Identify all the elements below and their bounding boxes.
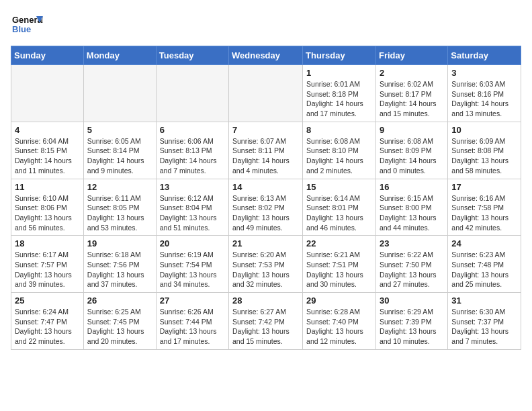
day-number: 13 — [160, 182, 225, 192]
day-number: 22 — [306, 238, 372, 248]
day-number: 28 — [232, 295, 299, 306]
calendar-cell: 30Sunrise: 6:29 AMSunset: 7:39 PMDayligh… — [375, 293, 447, 350]
calendar-table: SundayMondayTuesdayWednesdayThursdayFrid… — [11, 46, 521, 350]
day-number: 17 — [451, 182, 517, 192]
calendar-cell: 14Sunrise: 6:13 AMSunset: 8:02 PMDayligh… — [229, 179, 303, 236]
calendar-cell: 10Sunrise: 6:09 AMSunset: 8:08 PMDayligh… — [448, 122, 521, 179]
day-info: Sunrise: 6:23 AMSunset: 7:48 PMDaylight:… — [451, 250, 517, 289]
svg-text:Blue: Blue — [12, 24, 31, 34]
day-number: 3 — [451, 68, 517, 78]
day-info: Sunrise: 6:15 AMSunset: 8:00 PMDaylight:… — [380, 193, 444, 233]
calendar-cell: 17Sunrise: 6:16 AMSunset: 7:58 PMDayligh… — [448, 179, 521, 236]
day-info: Sunrise: 6:22 AMSunset: 7:50 PMDaylight:… — [380, 250, 444, 289]
calendar-cell: 4Sunrise: 6:04 AMSunset: 8:15 PMDaylight… — [11, 122, 84, 179]
day-number: 26 — [87, 295, 152, 306]
calendar-cell: 8Sunrise: 6:08 AMSunset: 8:10 PMDaylight… — [303, 122, 376, 179]
day-info: Sunrise: 6:06 AMSunset: 8:13 PMDaylight:… — [160, 136, 225, 176]
calendar-cell: 12Sunrise: 6:11 AMSunset: 8:05 PMDayligh… — [83, 179, 156, 236]
day-info: Sunrise: 6:05 AMSunset: 8:14 PMDaylight:… — [87, 136, 152, 176]
calendar-cell: 3Sunrise: 6:03 AMSunset: 8:16 PMDaylight… — [448, 65, 521, 122]
day-number: 8 — [306, 125, 372, 135]
day-info: Sunrise: 6:01 AMSunset: 8:18 PMDaylight:… — [306, 79, 372, 119]
day-info: Sunrise: 6:29 AMSunset: 7:39 PMDaylight:… — [380, 307, 444, 347]
weekday-header-saturday: Saturday — [448, 46, 521, 65]
day-info: Sunrise: 6:09 AMSunset: 8:08 PMDaylight:… — [451, 136, 517, 176]
calendar-cell — [156, 65, 228, 122]
calendar-cell: 22Sunrise: 6:21 AMSunset: 7:51 PMDayligh… — [303, 236, 376, 293]
day-info: Sunrise: 6:07 AMSunset: 8:11 PMDaylight:… — [232, 136, 299, 176]
day-number: 20 — [160, 238, 225, 248]
calendar-cell: 26Sunrise: 6:25 AMSunset: 7:45 PMDayligh… — [83, 293, 156, 350]
calendar-cell: 24Sunrise: 6:23 AMSunset: 7:48 PMDayligh… — [448, 236, 521, 293]
day-info: Sunrise: 6:30 AMSunset: 7:37 PMDaylight:… — [451, 307, 517, 347]
day-number: 1 — [306, 68, 372, 78]
day-info: Sunrise: 6:21 AMSunset: 7:51 PMDaylight:… — [306, 250, 372, 289]
calendar-week-5: 25Sunrise: 6:24 AMSunset: 7:47 PMDayligh… — [11, 293, 521, 350]
calendar-cell: 18Sunrise: 6:17 AMSunset: 7:57 PMDayligh… — [11, 236, 84, 293]
calendar-cell: 28Sunrise: 6:27 AMSunset: 7:42 PMDayligh… — [229, 293, 303, 350]
day-number: 31 — [451, 295, 517, 306]
day-number: 23 — [380, 238, 444, 248]
calendar-cell: 23Sunrise: 6:22 AMSunset: 7:50 PMDayligh… — [375, 236, 447, 293]
calendar-cell — [83, 65, 156, 122]
weekday-header-wednesday: Wednesday — [229, 46, 303, 65]
day-number: 27 — [160, 295, 225, 306]
weekday-header-sunday: Sunday — [11, 46, 84, 65]
calendar-cell: 9Sunrise: 6:08 AMSunset: 8:09 PMDaylight… — [375, 122, 447, 179]
day-info: Sunrise: 6:03 AMSunset: 8:16 PMDaylight:… — [451, 79, 517, 119]
calendar-cell: 16Sunrise: 6:15 AMSunset: 8:00 PMDayligh… — [375, 179, 447, 236]
day-info: Sunrise: 6:17 AMSunset: 7:57 PMDaylight:… — [15, 250, 80, 289]
calendar-cell: 31Sunrise: 6:30 AMSunset: 7:37 PMDayligh… — [448, 293, 521, 350]
calendar-cell — [11, 65, 84, 122]
day-number: 12 — [87, 182, 152, 192]
day-info: Sunrise: 6:08 AMSunset: 8:10 PMDaylight:… — [306, 136, 372, 176]
day-number: 25 — [15, 295, 80, 306]
page-header: General Blue — [11, 11, 521, 38]
calendar-cell: 1Sunrise: 6:01 AMSunset: 8:18 PMDaylight… — [303, 65, 376, 122]
day-info: Sunrise: 6:24 AMSunset: 7:47 PMDaylight:… — [15, 307, 80, 347]
day-info: Sunrise: 6:20 AMSunset: 7:53 PMDaylight:… — [232, 250, 299, 289]
weekday-header-monday: Monday — [83, 46, 156, 65]
calendar-cell: 25Sunrise: 6:24 AMSunset: 7:47 PMDayligh… — [11, 293, 84, 350]
calendar-cell: 13Sunrise: 6:12 AMSunset: 8:04 PMDayligh… — [156, 179, 228, 236]
day-number: 6 — [160, 125, 225, 135]
day-number: 29 — [306, 295, 372, 306]
day-info: Sunrise: 6:27 AMSunset: 7:42 PMDaylight:… — [232, 307, 299, 347]
calendar-week-4: 18Sunrise: 6:17 AMSunset: 7:57 PMDayligh… — [11, 236, 521, 293]
calendar-cell: 11Sunrise: 6:10 AMSunset: 8:06 PMDayligh… — [11, 179, 84, 236]
calendar-cell: 21Sunrise: 6:20 AMSunset: 7:53 PMDayligh… — [229, 236, 303, 293]
weekday-header-tuesday: Tuesday — [156, 46, 228, 65]
day-info: Sunrise: 6:18 AMSunset: 7:56 PMDaylight:… — [87, 250, 152, 289]
day-info: Sunrise: 6:08 AMSunset: 8:09 PMDaylight:… — [380, 136, 444, 176]
calendar-cell: 5Sunrise: 6:05 AMSunset: 8:14 PMDaylight… — [83, 122, 156, 179]
day-info: Sunrise: 6:02 AMSunset: 8:17 PMDaylight:… — [380, 79, 444, 119]
logo: General Blue — [11, 11, 44, 38]
calendar-cell: 2Sunrise: 6:02 AMSunset: 8:17 PMDaylight… — [375, 65, 447, 122]
day-number: 11 — [15, 182, 80, 192]
day-number: 7 — [232, 125, 299, 135]
day-number: 15 — [306, 182, 372, 192]
day-info: Sunrise: 6:04 AMSunset: 8:15 PMDaylight:… — [15, 136, 80, 176]
day-info: Sunrise: 6:28 AMSunset: 7:40 PMDaylight:… — [306, 307, 372, 347]
calendar-cell: 29Sunrise: 6:28 AMSunset: 7:40 PMDayligh… — [303, 293, 376, 350]
day-number: 14 — [232, 182, 299, 192]
calendar-cell: 19Sunrise: 6:18 AMSunset: 7:56 PMDayligh… — [83, 236, 156, 293]
day-number: 21 — [232, 238, 299, 248]
day-number: 9 — [380, 125, 444, 135]
day-number: 30 — [380, 295, 444, 306]
day-number: 5 — [87, 125, 152, 135]
calendar-cell: 20Sunrise: 6:19 AMSunset: 7:54 PMDayligh… — [156, 236, 228, 293]
day-info: Sunrise: 6:16 AMSunset: 7:58 PMDaylight:… — [451, 193, 517, 233]
day-info: Sunrise: 6:10 AMSunset: 8:06 PMDaylight:… — [15, 193, 80, 233]
calendar-cell: 6Sunrise: 6:06 AMSunset: 8:13 PMDaylight… — [156, 122, 228, 179]
calendar-week-3: 11Sunrise: 6:10 AMSunset: 8:06 PMDayligh… — [11, 179, 521, 236]
weekday-header-thursday: Thursday — [303, 46, 376, 65]
day-number: 2 — [380, 68, 444, 78]
calendar-week-1: 1Sunrise: 6:01 AMSunset: 8:18 PMDaylight… — [11, 65, 521, 122]
day-info: Sunrise: 6:12 AMSunset: 8:04 PMDaylight:… — [160, 193, 225, 233]
logo-icon: General Blue — [11, 11, 43, 38]
day-number: 18 — [15, 238, 80, 248]
weekday-header-row: SundayMondayTuesdayWednesdayThursdayFrid… — [11, 46, 521, 65]
day-info: Sunrise: 6:11 AMSunset: 8:05 PMDaylight:… — [87, 193, 152, 233]
calendar-cell: 7Sunrise: 6:07 AMSunset: 8:11 PMDaylight… — [229, 122, 303, 179]
